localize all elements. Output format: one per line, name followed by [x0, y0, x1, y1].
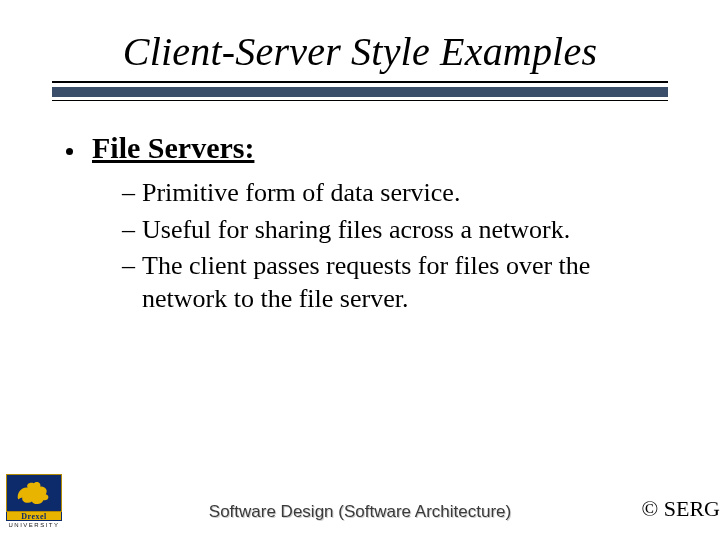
footer-copyright: © SERG: [642, 496, 720, 522]
bullet-level2: – Useful for sharing files across a netw…: [122, 214, 650, 247]
bullet-level2: – Primitive form of data service.: [122, 177, 650, 210]
slide: Client-Server Style Examples File Server…: [0, 0, 720, 540]
bullet-level2-text: Primitive form of data service.: [142, 178, 460, 207]
bullet-level1-label: File Servers:: [92, 131, 254, 164]
dash-icon: –: [122, 177, 135, 210]
bullet-level2-text: The client passes requests for files ove…: [142, 251, 590, 313]
rule-thick: [52, 87, 668, 97]
sublist: – Primitive form of data service. – Usef…: [92, 177, 650, 315]
footer: Drexel UNIVERSITY Software Design (Softw…: [0, 472, 720, 528]
bullet-level2-text: Useful for sharing files across a networ…: [142, 215, 570, 244]
bullet-level1: File Servers:: [92, 131, 650, 165]
bullet-level2: – The client passes requests for files o…: [122, 250, 650, 315]
footer-center-text: Software Design (Software Architecture): [0, 502, 720, 522]
slide-title: Client-Server Style Examples: [60, 28, 660, 75]
title-area: Client-Server Style Examples: [0, 0, 720, 75]
body: File Servers: – Primitive form of data s…: [0, 101, 720, 315]
dash-icon: –: [122, 214, 135, 247]
bullet-dot-icon: [66, 148, 73, 155]
dash-icon: –: [122, 250, 135, 283]
logo-subtext: UNIVERSITY: [6, 522, 62, 528]
title-rule: [0, 81, 720, 101]
